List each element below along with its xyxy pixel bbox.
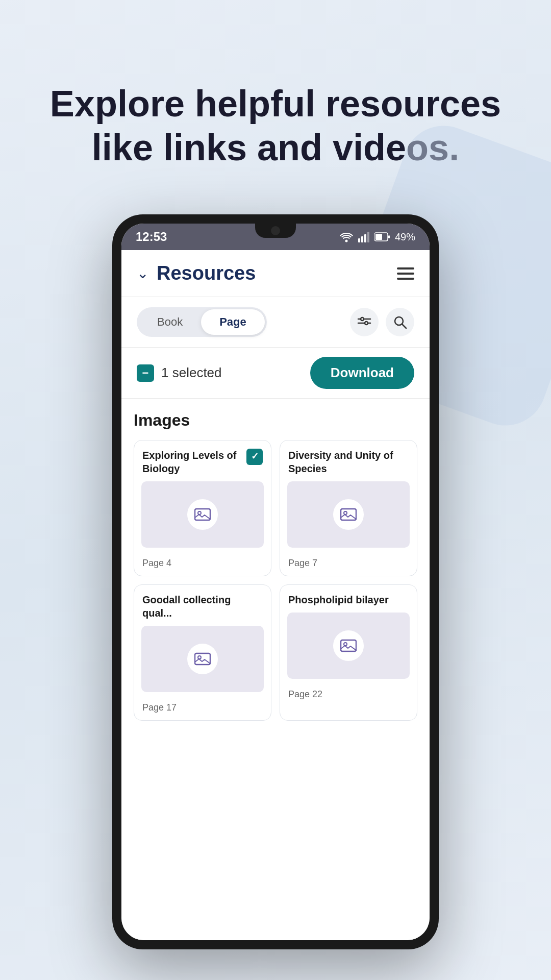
app-title: Resources: [157, 262, 256, 284]
status-time: 12:53: [136, 230, 167, 244]
camera-dot: [271, 226, 280, 235]
svg-line-13: [402, 324, 406, 328]
phone-frame: 12:53: [112, 214, 439, 949]
filter-button[interactable]: [350, 308, 379, 336]
selection-count: 1 selected: [161, 365, 222, 381]
tab-book[interactable]: Book: [139, 309, 201, 335]
card-4-image: [287, 612, 410, 679]
filter-bar: Book Page: [121, 297, 430, 348]
menu-line-1: [397, 267, 414, 270]
images-grid: Exploring Levels of Biology ✓ Page 4: [134, 440, 417, 721]
filter-icons: [350, 308, 414, 336]
back-chevron-icon[interactable]: ⌄: [137, 265, 148, 282]
image-card-3[interactable]: Goodall collecting qual... Page 17: [134, 584, 271, 721]
card-3-page: Page 17: [134, 698, 271, 720]
image-2-icon: [333, 499, 364, 530]
svg-point-15: [198, 511, 201, 514]
photo-icon: [340, 638, 357, 654]
svg-point-0: [345, 240, 347, 242]
svg-rect-18: [195, 653, 210, 665]
battery-percentage: 49%: [395, 231, 415, 243]
card-1-page: Page 4: [134, 554, 271, 576]
svg-rect-6: [375, 234, 382, 240]
sliders-icon: [357, 315, 371, 329]
menu-line-2: [397, 273, 414, 275]
svg-rect-4: [367, 232, 369, 242]
photo-icon: [194, 651, 211, 667]
svg-rect-20: [341, 640, 356, 651]
battery-icon: [374, 232, 390, 241]
svg-rect-1: [358, 238, 360, 242]
image-3-icon: [187, 644, 218, 674]
phone-screen: 12:53: [121, 224, 430, 940]
svg-rect-16: [341, 509, 356, 520]
card-3-title: Goodall collecting qual...: [142, 593, 263, 620]
header-left: ⌄ Resources: [137, 262, 256, 284]
svg-rect-3: [364, 234, 366, 242]
card-4-header: Phospholipid bilayer: [280, 585, 417, 606]
svg-rect-2: [361, 236, 363, 242]
tab-page[interactable]: Page: [201, 309, 265, 335]
signal-icon: [358, 231, 369, 242]
tab-group: Book Page: [137, 307, 267, 337]
svg-point-11: [365, 322, 368, 325]
search-icon: [393, 315, 407, 329]
card-2-header: Diversity and Unity of Species: [280, 440, 417, 475]
download-button[interactable]: Download: [310, 357, 414, 389]
card-2-page: Page 7: [280, 554, 417, 576]
svg-point-19: [198, 656, 201, 659]
card-4-page: Page 22: [280, 685, 417, 707]
phone-notch: [255, 224, 296, 238]
image-card-1[interactable]: Exploring Levels of Biology ✓ Page 4: [134, 440, 271, 576]
search-button[interactable]: [386, 308, 414, 336]
selection-left: − 1 selected: [137, 364, 222, 382]
photo-icon: [340, 506, 357, 523]
menu-button[interactable]: [397, 267, 414, 280]
app-header: ⌄ Resources: [121, 250, 430, 297]
svg-point-10: [361, 317, 364, 321]
card-1-checkbox[interactable]: ✓: [246, 449, 263, 465]
image-card-2[interactable]: Diversity and Unity of Species Page 7: [280, 440, 417, 576]
svg-rect-7: [388, 235, 390, 238]
card-1-header: Exploring Levels of Biology ✓: [134, 440, 271, 475]
content-area: Images Exploring Levels of Biology ✓: [121, 399, 430, 940]
card-4-title: Phospholipid bilayer: [288, 593, 409, 606]
selection-bar: − 1 selected Download: [121, 348, 430, 399]
svg-point-17: [344, 511, 347, 514]
card-2-title: Diversity and Unity of Species: [288, 449, 409, 475]
photo-icon: [194, 506, 211, 523]
status-icons: 49%: [340, 231, 415, 243]
image-1-icon: [187, 499, 218, 530]
card-1-image: [141, 481, 264, 548]
images-section-title: Images: [134, 411, 417, 430]
card-3-header: Goodall collecting qual...: [134, 585, 271, 620]
deselect-all-button[interactable]: −: [137, 364, 154, 382]
card-3-image: [141, 626, 264, 692]
image-4-icon: [333, 630, 364, 661]
image-card-4[interactable]: Phospholipid bilayer Page 22: [280, 584, 417, 721]
svg-rect-14: [195, 509, 210, 520]
wifi-icon: [340, 231, 353, 242]
svg-point-21: [344, 643, 347, 646]
card-2-image: [287, 481, 410, 548]
menu-line-3: [397, 278, 414, 280]
card-1-title: Exploring Levels of Biology: [142, 449, 242, 475]
